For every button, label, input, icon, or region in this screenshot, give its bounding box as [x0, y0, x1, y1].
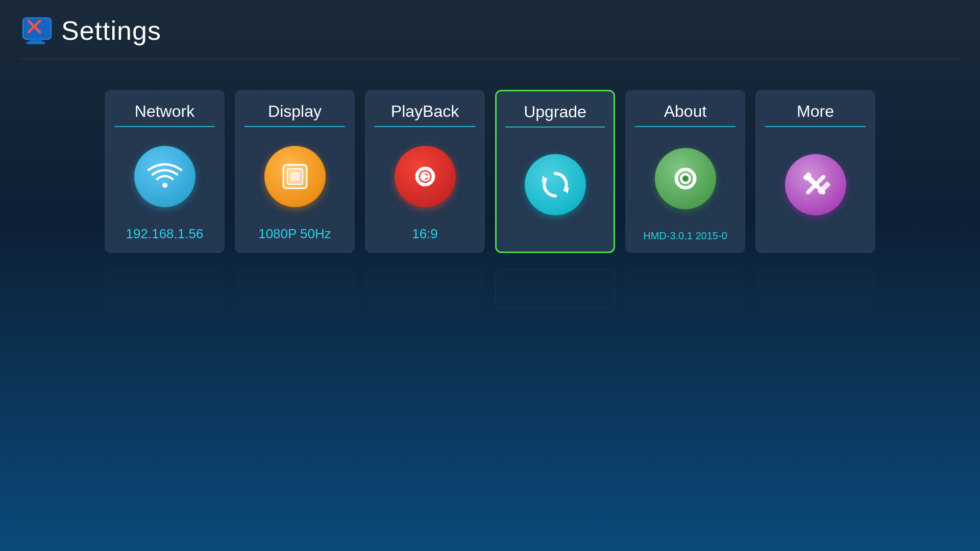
display-icon	[264, 146, 326, 207]
card-upgrade-title: Upgrade	[497, 91, 614, 121]
card-playback[interactable]: PlayBack 16:9	[365, 90, 485, 253]
card-network-icon-container	[134, 127, 195, 226]
upgrade-icon	[525, 154, 586, 215]
card-about[interactable]: About HMD-3.0.1 2015-0	[625, 90, 745, 253]
card-display-icon-container	[264, 127, 326, 226]
playback-svg	[407, 159, 443, 194]
about-svg	[668, 161, 703, 196]
reflection-upgrade	[495, 268, 615, 309]
display-svg	[277, 159, 313, 194]
card-display-title: Display	[236, 91, 354, 121]
reflection-network	[105, 268, 225, 309]
more-svg	[798, 167, 834, 203]
card-about-title: About	[626, 91, 744, 121]
wifi-icon	[134, 146, 195, 207]
more-icon	[785, 154, 846, 215]
card-playback-title: PlayBack	[366, 91, 484, 121]
card-upgrade[interactable]: Upgrade	[495, 90, 615, 253]
upgrade-svg	[537, 167, 573, 203]
page-title: Settings	[61, 15, 161, 46]
card-playback-icon-container	[395, 127, 456, 226]
card-network-status: 192.168.1.56	[126, 226, 204, 252]
card-display-status: 1080P 50Hz	[258, 226, 331, 252]
card-more-title: More	[756, 91, 874, 121]
svg-rect-2	[27, 42, 45, 44]
card-more[interactable]: More	[755, 90, 875, 253]
card-network[interactable]: Network 192.168.1.56	[105, 90, 225, 253]
reflection-playback	[365, 268, 485, 309]
reflection-more	[755, 268, 875, 309]
card-network-title: Network	[106, 91, 224, 121]
card-about-status: HMD-3.0.1 2015-0	[643, 230, 727, 252]
card-upgrade-icon-container	[525, 128, 586, 241]
reflections	[0, 258, 980, 309]
app-logo	[20, 13, 56, 48]
card-about-icon-container	[655, 127, 716, 230]
card-display[interactable]: Display 1080P 50Hz	[235, 90, 355, 253]
svg-point-5	[162, 183, 167, 188]
svg-rect-8	[290, 172, 300, 181]
card-more-icon-container	[785, 127, 846, 242]
about-icon	[655, 148, 716, 209]
reflection-display	[235, 268, 355, 309]
wifi-svg	[147, 159, 183, 194]
reflection-about	[625, 268, 745, 309]
cards-container: Network 192.168.1.56 Display	[0, 59, 980, 253]
card-playback-status: 16:9	[412, 226, 438, 252]
header: Settings	[0, 0, 980, 59]
svg-point-17	[682, 176, 689, 182]
playback-icon	[395, 146, 456, 207]
